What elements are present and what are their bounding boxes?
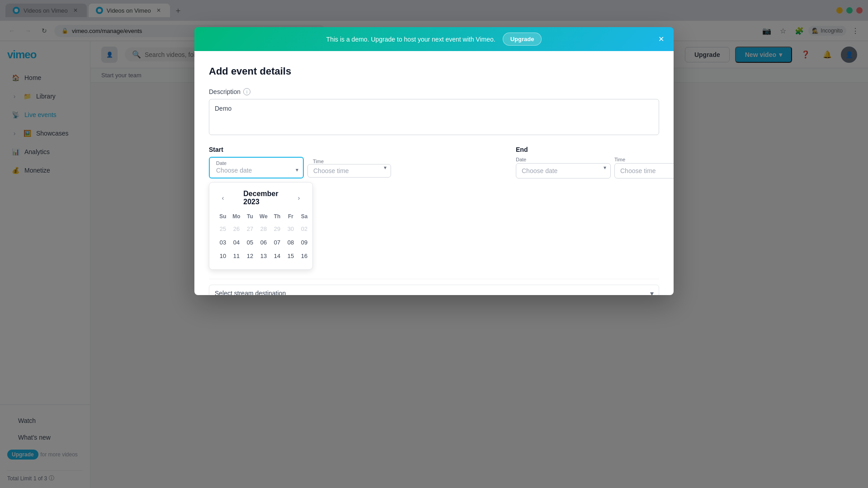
stream-select[interactable]: Select stream destination	[209, 285, 659, 295]
start-date-wrapper: Date Choose date ▾	[209, 157, 304, 178]
modal-wrapper: This is a demo. Upgrade to host your nex…	[194, 27, 674, 295]
modal-title: Add event details	[209, 66, 659, 77]
modal-body: Add event details Description i Demo Sta…	[194, 51, 674, 295]
cal-day-14[interactable]: 14	[271, 249, 283, 262]
cal-day-27-nov[interactable]: 27	[244, 222, 256, 235]
start-date-calendar: ‹ December 2023 › Su	[209, 182, 313, 270]
start-group: Start Date Choose date ▾	[209, 146, 391, 270]
modal: Add event details Description i Demo Sta…	[194, 51, 674, 295]
cal-day-10[interactable]: 10	[217, 249, 229, 262]
dow-su: Su	[217, 211, 229, 221]
cal-day-9[interactable]: 09	[298, 236, 311, 249]
cal-day-5[interactable]: 05	[244, 236, 256, 249]
start-time-wrapper: Time Choose time ▾	[307, 157, 391, 178]
dow-th: Th	[271, 211, 283, 221]
end-time-wrapper: Time Choose time ▾	[614, 157, 674, 178]
cal-day-30-nov[interactable]: 30	[284, 222, 297, 235]
calendar-month-year: December 2023	[243, 190, 278, 206]
calendar-next-button[interactable]: ›	[292, 192, 305, 204]
calendar-prev-button[interactable]: ‹	[217, 192, 229, 204]
cal-day-2-dec-end[interactable]: 02	[298, 222, 311, 235]
cal-day-3[interactable]: 03	[217, 236, 229, 249]
date-time-row: Start Date Choose date ▾	[209, 146, 659, 270]
demo-banner-text: This is a demo. Upgrade to host your nex…	[326, 36, 495, 43]
end-time-select[interactable]: Choose time	[614, 163, 674, 178]
cal-day-26-nov[interactable]: 26	[230, 222, 243, 235]
end-date-wrapper: Date Choose date ▾	[516, 157, 611, 178]
stream-select-wrapper: Select stream destination ▾	[209, 285, 659, 295]
demo-banner: This is a demo. Upgrade to host your nex…	[194, 27, 674, 51]
end-group: End Date Choose date ▾	[516, 146, 674, 178]
description-textarea[interactable]: Demo	[209, 99, 659, 135]
end-inputs: Date Choose date ▾ Time Choose time	[516, 157, 674, 178]
calendar-header: ‹ December 2023 ›	[217, 190, 305, 206]
stream-row: Select stream destination ▾	[209, 279, 659, 295]
cal-day-8[interactable]: 08	[284, 236, 297, 249]
start-time-select[interactable]: Choose time	[307, 164, 391, 178]
end-date-select[interactable]: Choose date	[516, 163, 611, 178]
demo-banner-close[interactable]: ✕	[656, 34, 666, 45]
dow-fr: Fr	[284, 211, 297, 221]
dow-tu: Tu	[244, 211, 256, 221]
cal-day-6[interactable]: 06	[257, 236, 270, 249]
start-date-select[interactable]: Choose date	[211, 166, 297, 177]
end-label: End	[516, 146, 674, 153]
description-section: Description i Demo	[209, 88, 659, 137]
start-inputs: Date Choose date ▾ Time	[209, 157, 391, 178]
modal-overlay: This is a demo. Upgrade to host your nex…	[0, 0, 868, 488]
cal-day-11[interactable]: 11	[230, 249, 243, 262]
cal-day-29-nov[interactable]: 29	[271, 222, 283, 235]
cal-day-4[interactable]: 04	[230, 236, 243, 249]
dow-mo: Mo	[230, 211, 243, 221]
start-label: Start	[209, 146, 391, 153]
cal-day-12[interactable]: 12	[244, 249, 256, 262]
dow-we: We	[257, 211, 270, 221]
cal-day-7[interactable]: 07	[271, 236, 283, 249]
cal-day-28-nov[interactable]: 28	[257, 222, 270, 235]
cal-day-25-nov[interactable]: 25	[217, 222, 229, 235]
demo-upgrade-button[interactable]: Upgrade	[503, 33, 542, 46]
dow-sa: Sa	[298, 211, 311, 221]
cal-day-15[interactable]: 15	[284, 249, 297, 262]
cal-day-13[interactable]: 13	[257, 249, 270, 262]
calendar-grid: Su Mo Tu We Th Fr Sa 25 26 27	[217, 211, 305, 262]
description-label: Description i	[209, 88, 659, 95]
cal-day-16[interactable]: 16	[298, 249, 311, 262]
description-info-icon[interactable]: i	[243, 88, 250, 95]
